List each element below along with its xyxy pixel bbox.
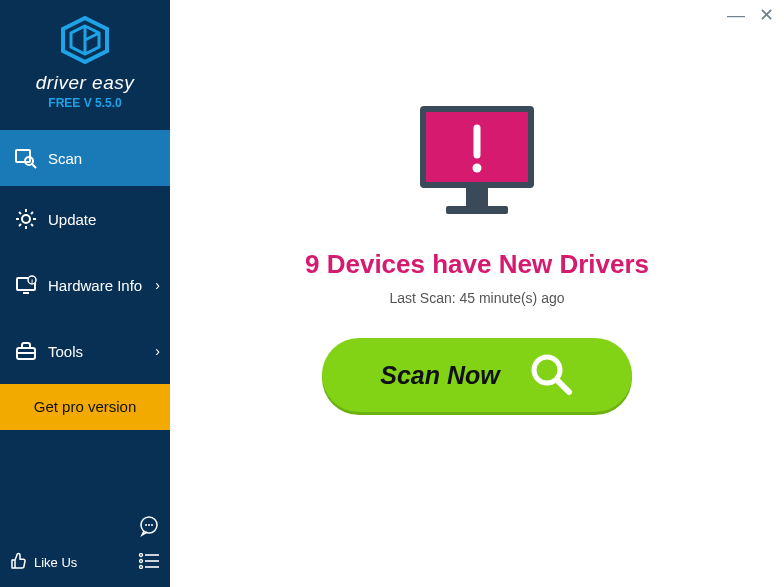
bottom-icons — [138, 515, 160, 573]
alert-monitor-icon — [412, 100, 542, 229]
content: 9 Devices have New Drivers Last Scan: 45… — [170, 0, 784, 412]
svg-line-39 — [557, 380, 569, 392]
feedback-icon[interactable] — [138, 515, 160, 541]
sidebar-bottom: Like Us — [0, 505, 170, 587]
monitor-info-icon: i — [12, 274, 40, 296]
svg-line-15 — [19, 224, 21, 226]
magnifier-icon — [528, 351, 574, 400]
menu-list-icon[interactable] — [138, 553, 160, 573]
chevron-right-icon: › — [155, 277, 160, 293]
last-scan-label: Last Scan: 45 minute(s) ago — [389, 290, 564, 306]
svg-point-23 — [145, 524, 147, 526]
main-area: — ✕ 9 Devices have New Drivers Last Scan… — [170, 0, 784, 587]
svg-point-37 — [473, 164, 482, 173]
scan-now-button[interactable]: Scan Now — [322, 338, 632, 412]
sidebar-item-hardware-info[interactable]: i Hardware Info › — [0, 252, 170, 318]
sidebar-item-label: Update — [48, 211, 96, 228]
gear-icon — [12, 208, 40, 230]
sidebar-item-scan[interactable]: Scan — [0, 130, 170, 186]
svg-rect-34 — [466, 188, 488, 206]
svg-rect-4 — [16, 150, 30, 162]
svg-point-30 — [140, 566, 143, 569]
close-button[interactable]: ✕ — [759, 6, 774, 24]
svg-line-13 — [31, 224, 33, 226]
sidebar-item-label: Tools — [48, 343, 83, 360]
scan-icon — [12, 147, 40, 169]
svg-line-14 — [31, 212, 33, 214]
get-pro-label: Get pro version — [34, 398, 137, 415]
svg-line-6 — [32, 164, 36, 168]
sidebar-item-update[interactable]: Update — [0, 186, 170, 252]
brand-name: driver easy — [0, 72, 170, 94]
svg-point-7 — [22, 215, 30, 223]
logo-area: driver easy FREE V 5.5.0 — [0, 0, 170, 120]
svg-point-24 — [148, 524, 150, 526]
sidebar-item-label: Hardware Info — [48, 277, 142, 294]
window-controls: — ✕ — [727, 6, 774, 24]
version-label: FREE V 5.5.0 — [0, 96, 170, 110]
app-logo-icon — [58, 16, 112, 68]
toolbox-icon — [12, 340, 40, 362]
scan-now-label: Scan Now — [380, 361, 499, 390]
get-pro-button[interactable]: Get pro version — [0, 384, 170, 430]
minimize-button[interactable]: — — [727, 6, 745, 24]
like-us-button[interactable]: Like Us — [10, 552, 77, 573]
chevron-right-icon: › — [155, 343, 160, 359]
svg-point-26 — [140, 554, 143, 557]
sidebar-item-tools[interactable]: Tools › — [0, 318, 170, 384]
sidebar-item-label: Scan — [48, 150, 82, 167]
headline: 9 Devices have New Drivers — [305, 249, 649, 280]
sidebar: driver easy FREE V 5.5.0 Scan — [0, 0, 170, 587]
like-us-label: Like Us — [34, 555, 77, 570]
svg-point-28 — [140, 560, 143, 563]
svg-point-25 — [151, 524, 153, 526]
svg-line-12 — [19, 212, 21, 214]
thumbs-up-icon — [10, 552, 28, 573]
svg-line-3 — [85, 33, 99, 40]
svg-rect-35 — [446, 206, 508, 214]
nav: Scan Update — [0, 130, 170, 384]
